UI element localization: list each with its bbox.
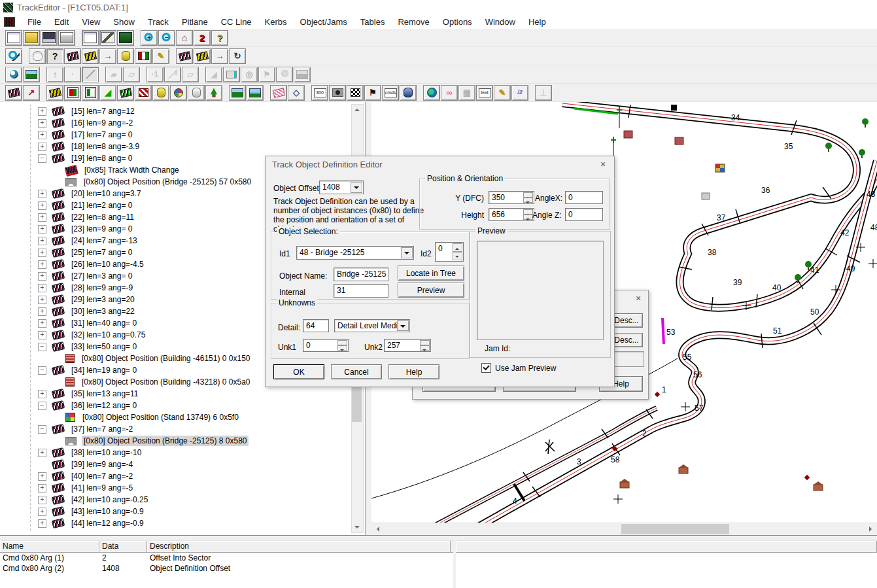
chevron-down-icon[interactable]	[397, 320, 409, 331]
text-tool-button[interactable]: text	[476, 85, 493, 101]
flag-red-white-button[interactable]	[135, 85, 152, 101]
edit-pencil-button[interactable]: ✎	[152, 48, 169, 64]
pan-hand-button[interactable]	[29, 48, 46, 64]
preview-button[interactable]: Preview	[398, 283, 464, 298]
view-tools-button[interactable]	[99, 30, 116, 46]
cylinder-yellow-button[interactable]	[152, 85, 169, 101]
unk1-spinner[interactable]: 0	[303, 339, 349, 352]
cc-line-car-button[interactable]	[223, 67, 240, 82]
expand-icon[interactable]: +	[38, 119, 46, 128]
camera-button[interactable]	[329, 85, 346, 101]
spin-up-icon[interactable]	[453, 243, 462, 252]
landscape-b-button[interactable]	[247, 85, 264, 101]
ruler-pencil-button[interactable]: ✎	[494, 85, 511, 101]
angle-x-field[interactable]: 0	[565, 191, 603, 204]
expand-icon[interactable]: +	[38, 107, 46, 116]
menu-item-cc-line[interactable]: CC Line	[215, 16, 258, 28]
expand-icon[interactable]: +	[38, 296, 46, 304]
tree-item[interactable]: +[35] len=13 ang=11	[0, 388, 351, 400]
expand-icon[interactable]: +	[38, 249, 46, 257]
rotate-view-button[interactable]: ↻	[229, 48, 246, 64]
table-row[interactable]: Cmd 0x80 Arg (2)1408Object Definition Of…	[0, 563, 453, 574]
menu-item-view[interactable]: View	[75, 16, 107, 28]
scroll-right-icon[interactable]	[865, 524, 876, 534]
magnifier-button[interactable]	[5, 48, 22, 64]
tree-item[interactable]: +[17] len=7 ang= 0	[0, 129, 351, 141]
spin-up-icon[interactable]	[337, 340, 347, 345]
menu-item-tables[interactable]: Tables	[354, 16, 392, 28]
detail-field[interactable]: 64	[303, 319, 329, 332]
collapse-icon[interactable]: −	[38, 343, 46, 351]
column-header-data[interactable]: Data	[99, 541, 147, 552]
sign-red-green-button[interactable]	[64, 85, 81, 101]
tree-item[interactable]: +[38] len=10 ang=-10	[0, 447, 351, 458]
track-piece-button[interactable]	[5, 85, 22, 101]
id1-combo[interactable]: 48 - Bridge -25125	[296, 246, 414, 260]
tree-item[interactable]: +[43] len=10 ang=-0.9	[0, 506, 351, 517]
expand-icon[interactable]: +	[38, 508, 46, 516]
collapse-icon[interactable]: −	[38, 154, 46, 163]
cancel-button[interactable]: Cancel	[331, 364, 382, 379]
expand-icon[interactable]: +	[38, 272, 46, 281]
sector-hatched-button[interactable]	[270, 85, 287, 101]
menu-item-file[interactable]: File	[21, 16, 48, 28]
tree-item[interactable]: +[41] len=9 ang=-5	[0, 482, 351, 494]
tree-item[interactable]: +[16] len=9 ang=-2	[0, 117, 351, 129]
close-icon[interactable]: ×	[597, 159, 609, 170]
menu-item-kerbs[interactable]: Kerbs	[258, 16, 294, 28]
cmds-button[interactable]: cmds	[382, 85, 399, 101]
node-move-button[interactable]: ↑	[46, 67, 63, 82]
id2-spinner[interactable]: 0	[435, 242, 464, 262]
expand-icon[interactable]: +	[38, 390, 46, 398]
chevron-down-icon[interactable]	[351, 182, 362, 193]
checker-flags-button[interactable]	[347, 85, 364, 101]
tree-item[interactable]: +[44] len=12 ang=-0.9	[0, 517, 351, 529]
ok-button[interactable]: OK	[273, 364, 324, 379]
collapse-icon[interactable]: −	[38, 425, 46, 434]
sign-green-white-button[interactable]	[82, 85, 99, 101]
unk2-spinner[interactable]: 257	[384, 339, 431, 352]
column-header-description[interactable]: Description	[147, 541, 451, 552]
chevron-down-icon[interactable]	[401, 247, 413, 258]
sector-edit-button[interactable]	[64, 48, 81, 64]
scroll-up-icon[interactable]	[352, 105, 362, 115]
close-icon[interactable]: ×	[632, 293, 644, 304]
expand-icon[interactable]: +	[38, 472, 46, 481]
expand-icon[interactable]: +	[38, 260, 46, 269]
expand-icon[interactable]: +	[38, 307, 46, 316]
line-draw-button[interactable]	[82, 67, 99, 82]
height-spinner[interactable]: 656	[489, 208, 534, 221]
spin-down-icon[interactable]	[453, 252, 462, 260]
expand-icon[interactable]: +	[38, 331, 46, 339]
save-file-button[interactable]	[41, 30, 58, 46]
tree-object-button[interactable]	[205, 85, 222, 101]
context-help-button[interactable]: ?	[46, 48, 63, 64]
sector-add-button[interactable]	[82, 48, 99, 64]
detail-level-combo[interactable]: Detail Level Mediu	[334, 319, 410, 332]
help-about-button[interactable]: ?	[211, 30, 228, 46]
use-jam-preview-checkbox[interactable]: Use Jam Preview	[481, 363, 556, 373]
sphere-multi-button[interactable]	[170, 85, 187, 101]
expand-icon[interactable]: +	[38, 225, 46, 233]
collapse-icon[interactable]: −	[38, 402, 46, 410]
sector-yellow-button[interactable]	[46, 85, 63, 101]
expand-icon[interactable]: +	[38, 319, 46, 328]
spin-up-icon[interactable]	[523, 192, 533, 198]
expand-icon[interactable]: +	[38, 131, 46, 139]
landscape-photo-button[interactable]	[23, 67, 40, 82]
spin-down-icon[interactable]	[337, 345, 347, 351]
locate-in-tree-button[interactable]: Locate in Tree	[398, 266, 464, 281]
collapse-icon[interactable]: −	[38, 366, 46, 375]
spin-down-icon[interactable]	[523, 215, 533, 220]
table-row[interactable]: Cmd 0x80 Arg (1)2Offset Into Sector	[0, 553, 453, 563]
scroll-left-icon[interactable]	[373, 524, 383, 534]
y-dfc-spinner[interactable]: 350	[489, 191, 534, 204]
spin-down-icon[interactable]	[420, 345, 430, 351]
globe-button[interactable]	[423, 85, 440, 101]
menu-item-help[interactable]: Help	[522, 16, 553, 28]
new-file-button[interactable]	[5, 30, 22, 46]
menu-item-pitlane[interactable]: Pitlane	[175, 16, 215, 28]
tree-item[interactable]: −[36] len=12 ang= 0	[0, 400, 351, 411]
menu-item-edit[interactable]: Edit	[48, 16, 75, 28]
pointer-arrow-button[interactable]: ↗	[23, 85, 40, 101]
